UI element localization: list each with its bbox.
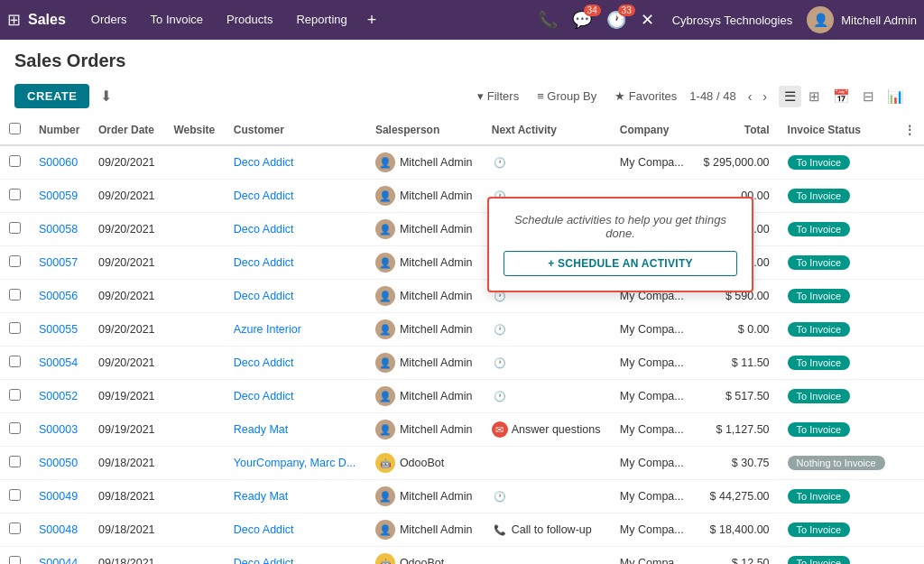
grid-icon[interactable]: ⊞: [7, 10, 21, 30]
customer-link[interactable]: Deco Addict: [234, 557, 294, 564]
col-order-date[interactable]: Order Date: [89, 116, 164, 145]
schedule-activity-button[interactable]: + SCHEDULE AN ACTIVITY: [504, 251, 737, 276]
row-checkbox[interactable]: [9, 456, 21, 467]
customer-link[interactable]: Deco Addict: [234, 290, 294, 302]
kanban-view-button[interactable]: ⊞: [803, 86, 826, 107]
row-options[interactable]: [895, 547, 924, 565]
row-checkbox[interactable]: [9, 322, 21, 334]
row-options[interactable]: [895, 280, 924, 313]
activity-clock-icon[interactable]: 🕐: [492, 388, 508, 404]
customer-link[interactable]: Ready Mat: [234, 490, 288, 503]
row-options[interactable]: [895, 145, 924, 180]
row-options[interactable]: [895, 380, 924, 413]
order-number-link[interactable]: S00058: [39, 223, 78, 236]
customer-link[interactable]: Deco Addict: [234, 256, 294, 269]
order-number-link[interactable]: S00049: [39, 490, 78, 503]
groupby-button[interactable]: ≡ Group By: [531, 86, 602, 106]
company: My Compa...: [611, 380, 694, 413]
graph-view-button[interactable]: 📊: [882, 86, 910, 107]
row-options[interactable]: [895, 180, 924, 213]
col-next-activity[interactable]: Next Activity: [483, 116, 611, 145]
row-checkbox[interactable]: [9, 189, 21, 200]
customer-link[interactable]: Deco Addict: [234, 223, 294, 236]
settings-icon[interactable]: ✕: [637, 8, 658, 32]
row-options[interactable]: [895, 447, 924, 480]
customer-link[interactable]: Deco Addict: [234, 156, 294, 169]
chat-icon[interactable]: 💬 34: [568, 8, 596, 32]
order-number-link[interactable]: S00044: [39, 557, 78, 564]
nav-orders[interactable]: Orders: [80, 7, 138, 33]
customer-link[interactable]: Deco Addict: [234, 390, 294, 402]
schedule-activity-popup[interactable]: Schedule activities to help you get thin…: [487, 197, 753, 292]
nav-add-icon[interactable]: +: [360, 7, 384, 33]
customer-link[interactable]: Deco Addict: [234, 190, 294, 202]
customer-link[interactable]: Deco Addict: [234, 523, 294, 536]
filters-button[interactable]: ▾ Filters: [472, 86, 524, 106]
list-view-button[interactable]: ☰: [779, 86, 801, 107]
order-number-link[interactable]: S00056: [39, 290, 78, 302]
row-options[interactable]: [895, 480, 924, 513]
customer-link[interactable]: Ready Mat: [234, 423, 288, 436]
table-row: S0005909/20/2021Deco Addict👤Mitchell Adm…: [0, 180, 924, 213]
row-checkbox[interactable]: [9, 489, 21, 501]
nav-reporting[interactable]: Reporting: [285, 7, 357, 33]
row-options[interactable]: [895, 246, 924, 280]
order-number-link[interactable]: S00048: [39, 523, 78, 536]
activity-clock-icon[interactable]: 🕐: [492, 488, 508, 504]
row-options[interactable]: [895, 347, 924, 380]
order-number-link[interactable]: S00050: [39, 457, 78, 469]
pivot-view-button[interactable]: ⊟: [857, 86, 880, 107]
calendar-view-button[interactable]: 📅: [827, 86, 855, 107]
activity-email-icon[interactable]: ✉: [492, 421, 508, 438]
col-customer[interactable]: Customer: [225, 116, 366, 145]
select-all-checkbox[interactable]: [9, 123, 21, 134]
order-number-link[interactable]: S00054: [39, 356, 78, 369]
customer-link[interactable]: YourCompany, Marc D...: [234, 457, 356, 469]
download-button[interactable]: ⬇: [97, 84, 116, 108]
row-options[interactable]: [895, 413, 924, 447]
customer-link[interactable]: Azure Interior: [234, 323, 301, 336]
row-checkbox[interactable]: [9, 155, 21, 167]
nav-to-invoice[interactable]: To Invoice: [140, 7, 215, 33]
col-salesperson[interactable]: Salesperson: [366, 116, 483, 145]
row-checkbox[interactable]: [9, 255, 21, 267]
col-options[interactable]: ⋮: [895, 116, 924, 145]
order-number-link[interactable]: S00003: [39, 423, 78, 436]
avatar[interactable]: 👤: [807, 6, 834, 33]
col-number[interactable]: Number: [30, 116, 89, 145]
prev-page-button[interactable]: ‹: [744, 88, 757, 106]
row-checkbox[interactable]: [9, 289, 21, 300]
row-checkbox[interactable]: [9, 389, 21, 401]
row-options[interactable]: [895, 213, 924, 246]
row-checkbox[interactable]: [9, 556, 21, 564]
order-number-link[interactable]: S00060: [39, 156, 78, 169]
activity-clock-icon[interactable]: 🕐: [492, 321, 508, 337]
order-number-link[interactable]: S00052: [39, 390, 78, 402]
customer-link[interactable]: Deco Addict: [234, 356, 294, 369]
activity-phone-icon[interactable]: 📞: [492, 522, 508, 538]
nav-products[interactable]: Products: [216, 7, 283, 33]
col-company[interactable]: Company: [611, 116, 694, 145]
clock-icon[interactable]: 🕐 33: [603, 8, 630, 32]
row-options[interactable]: [895, 513, 924, 547]
col-total[interactable]: Total: [694, 116, 779, 145]
activity-clock-icon[interactable]: 🕐: [492, 154, 508, 171]
row-checkbox[interactable]: [9, 422, 21, 434]
col-invoice-status[interactable]: Invoice Status: [779, 116, 895, 145]
row-options[interactable]: [895, 313, 924, 347]
create-button[interactable]: CREATE: [14, 84, 89, 108]
order-number-link[interactable]: S00055: [39, 323, 78, 336]
select-all-header[interactable]: [0, 116, 30, 145]
col-website[interactable]: Website: [164, 116, 224, 145]
salesperson-name: Mitchell Admin: [400, 356, 473, 369]
favorites-button[interactable]: ★ Favorites: [609, 86, 682, 106]
next-page-button[interactable]: ›: [758, 88, 772, 106]
row-checkbox[interactable]: [9, 356, 21, 367]
next-activity: 🕐: [483, 480, 611, 513]
row-checkbox[interactable]: [9, 522, 21, 534]
activity-clock-icon[interactable]: 🕐: [492, 355, 508, 371]
row-checkbox[interactable]: [9, 222, 21, 234]
order-number-link[interactable]: S00057: [39, 256, 78, 269]
phone-icon[interactable]: 📞: [534, 8, 561, 32]
order-number-link[interactable]: S00059: [39, 190, 78, 202]
